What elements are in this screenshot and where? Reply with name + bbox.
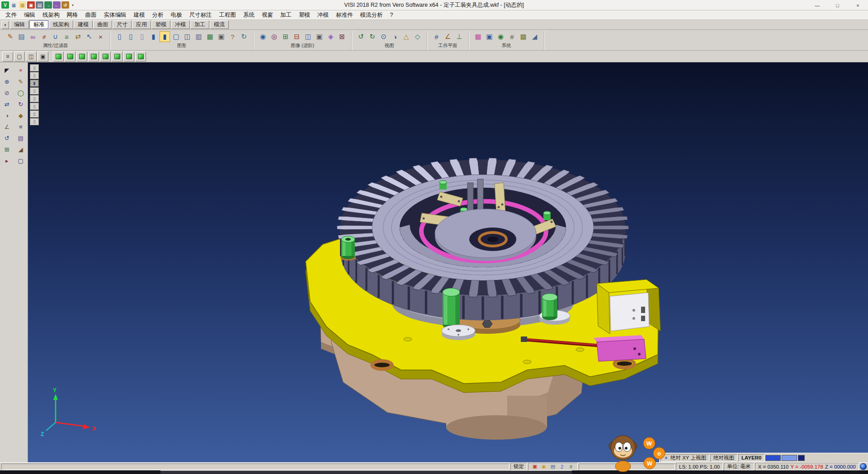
menu-item-17[interactable]: 标准件	[332, 10, 357, 20]
menu-item-14[interactable]: 加工	[277, 10, 295, 20]
layers-icon[interactable]: ≡	[16, 122, 26, 132]
filter-swap-icon[interactable]: ⇄	[73, 31, 83, 42]
properties-icon[interactable]: ▤	[16, 133, 26, 143]
advanced-remove-view-icon[interactable]: ⊟	[292, 31, 302, 42]
filter-pick-icon[interactable]: ↖	[84, 31, 94, 42]
tab-3[interactable]: 线架构	[49, 20, 73, 29]
tab-4[interactable]: 建模	[74, 20, 93, 29]
layer-indicator[interactable]: LAYER0	[738, 454, 764, 462]
document-icon[interactable]: ▢	[16, 156, 26, 166]
tab-8[interactable]: 塑模	[151, 20, 170, 29]
view-top-button[interactable]	[65, 52, 75, 62]
close-button[interactable]: ×	[848, 0, 868, 10]
view-left-button[interactable]	[100, 52, 111, 62]
menu-item-19[interactable]: ?	[387, 11, 397, 19]
graphics-refresh-icon[interactable]: ↻	[239, 31, 249, 42]
filter-unchain-icon[interactable]: ≠	[39, 31, 49, 42]
filter-clear-icon[interactable]: ×	[95, 31, 106, 42]
open-folder-icon[interactable]: ▨	[19, 1, 26, 9]
menu-item-12[interactable]: 系统	[240, 10, 258, 20]
viewport-tool-7-icon[interactable]: ▯	[30, 110, 39, 118]
tab-7[interactable]: 应用	[132, 20, 151, 29]
menu-item-15[interactable]: 塑模	[295, 10, 314, 20]
menu-item-18[interactable]: 模流分析	[357, 10, 387, 20]
viewport-tool-4-icon[interactable]: ▯	[30, 87, 39, 95]
view-frame-icon[interactable]: ◇	[412, 31, 423, 42]
globe-icon[interactable]	[860, 463, 867, 470]
view-axonometric-button[interactable]	[53, 52, 64, 62]
export-icon[interactable]: ←	[53, 1, 61, 9]
maximize-button[interactable]: □	[827, 0, 848, 10]
advanced-close-icon[interactable]: ⊠	[337, 31, 347, 42]
workplane-angle-icon[interactable]: ∠	[443, 31, 453, 42]
graphics-section-icon[interactable]: ▥	[193, 31, 204, 42]
menu-item-6[interactable]: 实体编辑	[100, 10, 130, 20]
graphics-grid-icon[interactable]: ▦	[205, 31, 215, 42]
tab-1[interactable]: 编辑	[10, 20, 29, 29]
advanced-zoom-icon[interactable]: ◉	[258, 31, 268, 42]
circle-tool-icon[interactable]: ◯	[16, 88, 26, 98]
viewport-tool-2-icon[interactable]: ▯	[30, 72, 39, 79]
system-slope-icon[interactable]: ◢	[529, 31, 540, 42]
menu-item-1[interactable]: 文件	[2, 10, 20, 20]
status-help-icon[interactable]: 2	[558, 464, 566, 470]
secondary-color-swatch[interactable]	[782, 455, 797, 461]
single-view-button[interactable]: ▢	[14, 52, 25, 62]
trim-icon[interactable]: ⊘	[2, 88, 12, 98]
menu-item-5[interactable]: 曲面	[82, 10, 100, 20]
taskbar[interactable]	[0, 470, 868, 474]
view-back-button[interactable]	[88, 52, 99, 62]
view-front-button[interactable]	[76, 52, 87, 62]
menu-item-2[interactable]: 编辑	[20, 10, 39, 20]
status-save-icon[interactable]: ▣	[531, 464, 538, 470]
filter-layers-icon[interactable]: ≡	[61, 31, 72, 42]
visi-logo-icon[interactable]: V	[1, 1, 9, 9]
flag-icon[interactable]: ▸	[2, 156, 12, 166]
undo-view-icon[interactable]: ↺	[2, 133, 12, 143]
title-bar[interactable]: V▦▨▣▤→←↺▾ VISI 2018 R2 from Vero Softwar…	[0, 0, 868, 10]
viewport-tool-1-icon[interactable]: ▯	[30, 64, 39, 71]
mirror-icon[interactable]: ◑	[2, 111, 12, 120]
measure-icon[interactable]: ∠	[2, 122, 12, 132]
scale-icon[interactable]: ◆	[16, 111, 26, 120]
delete-icon[interactable]: ×	[16, 66, 26, 75]
advanced-target-icon[interactable]: ◎	[269, 31, 279, 42]
tab-2[interactable]: 标准	[29, 20, 48, 29]
quick-access-dropdown[interactable]: ▾	[70, 3, 75, 7]
advanced-add-view-icon[interactable]: ⊞	[280, 31, 291, 42]
graphics-capture-icon[interactable]: ▣	[216, 31, 226, 42]
rotate-icon[interactable]: ↻	[16, 100, 26, 109]
viewport-menu-button[interactable]: ≡	[2, 52, 13, 62]
menu-item-9[interactable]: 电极	[167, 10, 186, 20]
viewport-tool-6-icon[interactable]: ▯	[30, 103, 39, 110]
graphics-wireframe-icon[interactable]: ▯	[114, 31, 125, 42]
status-grid-icon[interactable]: #	[567, 464, 575, 470]
tab-10[interactable]: 加工	[190, 20, 209, 29]
tab-11[interactable]: 模流	[210, 20, 229, 29]
mascot-assistant[interactable]: WoW	[604, 431, 672, 472]
view-shade-icon[interactable]: ◑	[390, 31, 400, 42]
corner-color-swatch[interactable]	[798, 455, 805, 461]
menu-item-8[interactable]: 分析	[149, 10, 167, 20]
save-file-icon[interactable]: ▣	[27, 1, 35, 9]
graphics-box-icon[interactable]: ▢	[171, 31, 181, 42]
menu-item-7[interactable]: 建模	[130, 10, 149, 20]
view-iso-button[interactable]	[135, 52, 146, 62]
view-right-button[interactable]	[112, 52, 123, 62]
menu-item-4[interactable]: 网格	[63, 10, 82, 20]
graphics-split-icon[interactable]: ◫	[182, 31, 193, 42]
advanced-snapshot-icon[interactable]: ▣	[314, 31, 325, 42]
units-indicator[interactable]: 单位: 毫米	[724, 463, 754, 470]
workplane-normal-icon[interactable]: ⊥	[454, 31, 464, 42]
tab-6[interactable]: 尺寸	[113, 20, 132, 29]
viewport-tool-3-icon[interactable]: ▮	[30, 80, 39, 87]
menu-item-3[interactable]: 线架构	[39, 10, 63, 20]
active-color-swatch[interactable]	[765, 455, 781, 461]
status-render-icon[interactable]: ◉	[540, 464, 547, 470]
system-palette-icon[interactable]: ▦	[473, 31, 483, 42]
snap-point-icon[interactable]: ⊕	[2, 77, 12, 86]
system-grid-icon[interactable]: #	[507, 31, 517, 42]
advanced-gem-icon[interactable]: ◈	[326, 31, 336, 42]
view-rotate-left-icon[interactable]: ↺	[356, 31, 366, 42]
status-settings-icon[interactable]: ▤	[549, 464, 557, 470]
